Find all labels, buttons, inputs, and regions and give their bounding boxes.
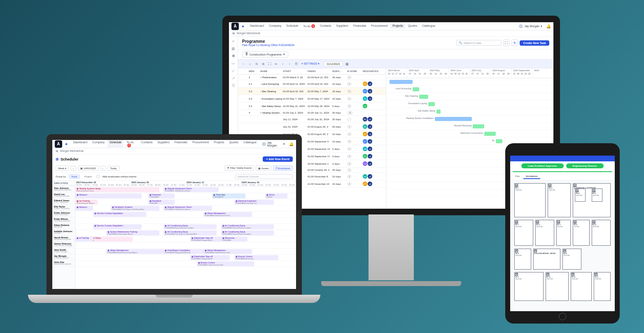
employee-row[interactable]: Ethan RobertsElectrician	[52, 223, 75, 229]
scheduler-event[interactable]: ▣ Stakeholder Sign-offP/2024/M029 Glasgo…	[190, 255, 230, 260]
create-task-button[interactable]: Create New Task	[520, 40, 549, 46]
scheduler-event[interactable]: ▣ Electrical InspectionP/2024/M034 Park …	[234, 200, 274, 205]
app-logo[interactable]: A	[55, 140, 62, 148]
scheduler-event[interactable]: ▣ Regular Equipment CheckP/2024/M027 She…	[163, 187, 219, 192]
rail-export-icon[interactable]: ↗	[232, 76, 235, 80]
employee-row[interactable]: James PetersonProcurement Manager	[52, 242, 75, 248]
approval-director[interactable]: Engineering Director	[566, 163, 604, 168]
settings-dropdown[interactable]: ≡ SETTINGS ▾	[300, 62, 321, 65]
nav-to-do[interactable]: To-do7	[124, 140, 138, 148]
user-menu[interactable]: Jay Morgan ▾	[262, 141, 285, 147]
floorplan-room[interactable]: R1-5100CFM	[535, 220, 554, 246]
floorplan-room[interactable]: R1-3100CFM	[571, 272, 592, 301]
floorplan-room[interactable]: R1-4100CFM	[546, 272, 569, 301]
rail-settings-icon[interactable]: ☰	[232, 84, 235, 88]
scheduler-event[interactable]: ▣ ResourcesP/2024/M03	[221, 237, 247, 242]
scheduler-event[interactable]: ▣ Waste ManagementP/2024/M030 Bristol In…	[106, 249, 163, 254]
scheduler-event[interactable]: ▣ System Maintenance TrainingP/2024/M003…	[106, 231, 159, 235]
nav-contacts[interactable]: Contacts	[139, 140, 155, 148]
rail-people-icon[interactable]: ⚉	[232, 54, 235, 58]
gantt-row[interactable]: 3▾Preliminaries01:00 March 3, 2001:00 Ap…	[238, 75, 386, 80]
employee-row[interactable]: Isabella JohnsonPlumber	[52, 229, 75, 235]
nav-financials[interactable]: Financials	[173, 140, 190, 148]
nav-quotes[interactable]: Quotes	[227, 140, 241, 148]
scheduler-event[interactable]: ▣ Service Contract Negotiation	[93, 212, 146, 217]
scheduler-event[interactable]: ▣ al Training	[75, 237, 93, 242]
view-select[interactable]: Week ▾	[56, 165, 69, 171]
floorplan-room[interactable]: R1-7100CFM	[514, 220, 533, 246]
gantt-row[interactable]: 3.3- Foundation Laying01:00 May 7, 20240…	[238, 95, 386, 102]
additional-columns-select[interactable]: Additional Columns:	[235, 174, 293, 179]
scheduler-event[interactable]: ▣ Air Conditioning SetupP/2024/M034 Park…	[163, 231, 217, 235]
gantt-row[interactable]: 3.2- Site Clearing01:00 April 22, 20201:…	[238, 88, 386, 95]
bell-icon[interactable]: 🔔	[289, 142, 294, 146]
columns-icon[interactable]: ☰	[293, 61, 299, 67]
rail-grid-icon[interactable]: ▦	[231, 47, 235, 51]
scheduler-event[interactable]: ▣ Service Contract Negotiation	[93, 224, 142, 229]
rail-check-icon[interactable]: ✓	[232, 69, 235, 73]
floorplan-room[interactable]: R1-1100CFM	[514, 183, 546, 217]
employee-row[interactable]: David LeePlumbing Foreman	[52, 192, 75, 198]
gantt-row[interactable]: 4▾Heating System Installation01:00 July …	[238, 110, 386, 116]
scheduler-event[interactable]: ▣ Waste ManagementP/2024/M031 Oxford Sci…	[203, 212, 252, 217]
employee-row[interactable]: Jane SmithProject Manager	[52, 248, 75, 254]
breadcrumb-company[interactable]: Morgan Mechanical	[237, 32, 260, 35]
scheduler-event[interactable]: ▣ StructP/2024/.	[265, 193, 287, 198]
hide-empty-checkbox[interactable]	[96, 175, 100, 178]
programme-selector[interactable]: ≣ Construction Programme ▾	[242, 51, 288, 58]
scheduler-event[interactable]: ▣ Erosion ControlP/2024/M030 Bristol Int…	[234, 255, 278, 260]
nav-schedule[interactable]: Schedule	[107, 140, 124, 148]
tab-files[interactable]: Files	[513, 174, 523, 179]
scheduler-event[interactable]: ▣ HandoverP/2024/M025	[148, 193, 175, 198]
scheduler-event[interactable]: ▣ ice Training03 Southampton Marina	[75, 200, 98, 205]
floorplan-room[interactable]: K1A LUNCHROOM - 90CFM	[533, 249, 560, 270]
employee-row[interactable]: Emily WilsonPlumbing Specialist	[52, 217, 75, 223]
scheduler-event[interactable]: ▣ Erosion ControlP/2024/M031 Oxford Scie…	[197, 261, 254, 266]
zoomout-icon[interactable]: ⊖	[254, 61, 259, 67]
nav-catalogue[interactable]: Catalogue	[241, 140, 259, 148]
scheduler-event[interactable]: ▣ Air Conditioning SetupP/2024/M033 Norw…	[221, 231, 274, 235]
nav-financials[interactable]: Financials	[351, 23, 369, 29]
nav-dashboard[interactable]: Dashboard	[248, 23, 266, 29]
refresh-button[interactable]: ↻	[511, 40, 518, 46]
star-icon[interactable]: ★	[65, 142, 68, 146]
prev-icon[interactable]: ‹	[240, 61, 246, 67]
bell-icon[interactable]: 🔔	[546, 24, 551, 28]
groupby-project[interactable]: Project	[82, 175, 94, 178]
floorplan-room[interactable]: R1-6100CFM	[575, 189, 585, 202]
floorplan-room[interactable]: R1-2100CFM	[548, 183, 571, 217]
scheduler-event[interactable]: ▣ Waste ManagementP/2024/M031 Oxford Sci…	[203, 249, 252, 254]
nav-to-do[interactable]: To-do7	[301, 23, 317, 29]
calendar-icon[interactable]: ▦	[344, 61, 350, 67]
search-input[interactable]: 🔍 Search in rows	[456, 40, 502, 46]
nav-company[interactable]: Company	[267, 23, 283, 29]
floorplan-room[interactable]: S1-6100CFM	[594, 272, 611, 301]
employee-row[interactable]: John DoeMechanical Engineer	[52, 260, 75, 266]
scheduler-event[interactable]: ▣ Air Conditioning SetupP/2024/M033 Norw…	[163, 224, 217, 229]
user-menu[interactable]: Jay Morgan ▾	[519, 24, 542, 28]
scheduler-event[interactable]: ▣ Regular Equipment CheckP/2024/M027 She…	[163, 206, 212, 211]
floorplan-room[interactable]: R1-170CFM	[556, 220, 571, 246]
employee-row[interactable]: Edward JonesHVAC Technician	[52, 198, 75, 205]
zoomin-icon[interactable]: ⊕	[260, 61, 266, 67]
breadcrumb-company[interactable]: Morgan Mechanical	[60, 149, 84, 153]
date-picker[interactable]: ▦ 14/01/2025	[78, 165, 98, 171]
collapse-icon[interactable]: ⇤	[273, 61, 279, 67]
gantt-row[interactable]: 3.1- Land Surveying01:00 April 12, 20240…	[238, 80, 386, 88]
nav-projects[interactable]: Projects	[390, 23, 405, 29]
nav-catalogue[interactable]: Catalogue	[420, 23, 437, 29]
floorplan-canvas[interactable]: R1-1100CFMR1-2100CFMCLASSROOM CLASSROOMR…	[510, 181, 615, 311]
nav-suppliers[interactable]: Suppliers	[334, 23, 350, 29]
scheduler-event[interactable]: ▣ Team AppP/2024/M035	[212, 193, 245, 198]
nav-company[interactable]: Company	[90, 140, 107, 148]
scheduler-event[interactable]: ▣ Museum	[75, 206, 93, 211]
expand-button[interactable]: ⛶	[503, 40, 510, 46]
nav-contacts[interactable]: Contacts	[318, 23, 334, 29]
groupby-none[interactable]: None	[69, 175, 79, 179]
floorplan-room[interactable]: S2-4700CFM	[562, 249, 581, 270]
floorplan-room[interactable]: S2-3500CFM	[514, 249, 531, 270]
nav-schedule[interactable]: Schedule	[284, 23, 300, 29]
employee-row[interactable]: Alex JohnsonMechanical Engineer	[52, 186, 75, 192]
floorplan-room[interactable]: S1-7100CFM	[514, 272, 544, 301]
add-event-button[interactable]: + Add New Event	[263, 156, 293, 162]
